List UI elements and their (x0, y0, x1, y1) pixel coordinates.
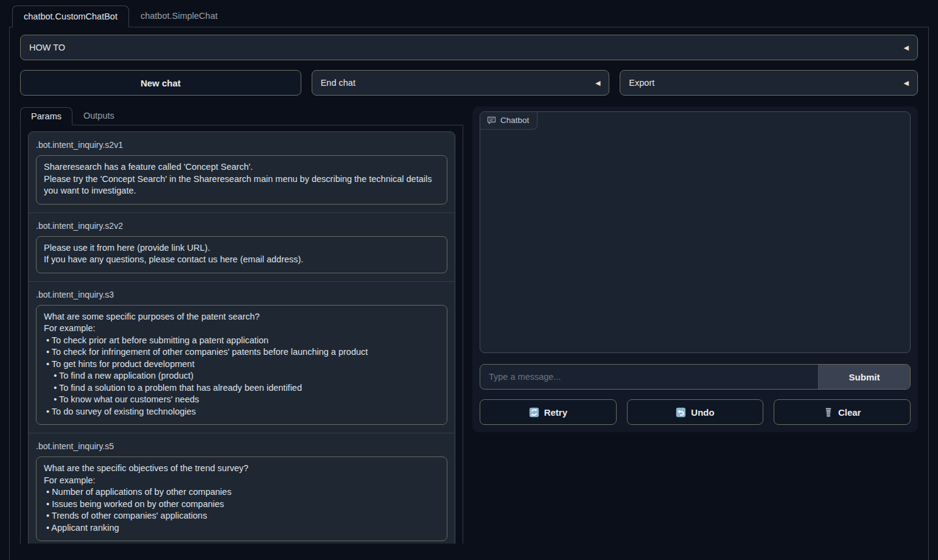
retry-icon (529, 407, 539, 418)
toolbar-row: New chat End chat ◀ Export ◀ (20, 70, 918, 96)
params-group: .bot.intent_inquiry.s2v1 Shareresearch h… (28, 131, 455, 544)
top-tab-nav: chatbot.CustomChatBot chatbot.SimpleChat (9, 5, 929, 27)
retry-label: Retry (544, 407, 567, 418)
params-tab-content: .bot.intent_inquiry.s2v1 Shareresearch h… (20, 125, 463, 544)
speech-bubble-icon (487, 116, 496, 125)
params-tab-nav: Params Outputs (20, 107, 463, 125)
main-row: Params Outputs .bot.intent_inquiry.s2v1 … (20, 107, 918, 544)
submit-button[interactable]: Submit (818, 365, 910, 389)
howto-label: HOW TO (29, 43, 65, 52)
param-label: .bot.intent_inquiry.s2v2 (36, 221, 447, 231)
tab-params[interactable]: Params (20, 107, 72, 125)
tab-outputs[interactable]: Outputs (72, 107, 125, 125)
new-chat-button[interactable]: New chat (20, 70, 301, 96)
param-textbox[interactable]: Please use it from here (provide link UR… (36, 236, 447, 273)
chat-column: Chatbot Submit (472, 107, 918, 432)
message-input-row: Submit (480, 364, 911, 390)
message-input[interactable] (480, 365, 818, 389)
export-accordion[interactable]: Export ◀ (620, 70, 918, 96)
param-textbox[interactable]: What are the specific objectives of the … (36, 457, 447, 541)
tab-custom-chatbot[interactable]: chatbot.CustomChatBot (12, 5, 129, 27)
clear-label: Clear (838, 407, 861, 418)
param-textbox[interactable]: What are some specific purposes of the p… (36, 305, 447, 425)
end-chat-label: End chat (321, 78, 355, 88)
undo-button[interactable]: Undo (627, 399, 764, 425)
undo-icon (676, 407, 686, 418)
howto-accordion[interactable]: HOW TO ◀ (20, 35, 918, 60)
retry-button[interactable]: Retry (480, 399, 617, 425)
undo-label: Undo (691, 407, 714, 418)
wastebasket-icon (824, 407, 833, 418)
params-column: Params Outputs .bot.intent_inquiry.s2v1 … (20, 107, 463, 544)
end-chat-accordion[interactable]: End chat ◀ (312, 70, 610, 96)
chat-actions-row: Retry Undo (480, 399, 911, 425)
chevron-left-icon: ◀ (904, 80, 909, 86)
tab-simple-chat[interactable]: chatbot.SimpleChat (129, 5, 229, 27)
param-block: .bot.intent_inquiry.s2v2 Please use it f… (29, 213, 455, 282)
param-textbox[interactable]: Shareresearch has a feature called 'Conc… (36, 155, 447, 205)
param-label: .bot.intent_inquiry.s3 (36, 290, 447, 299)
app-root: chatbot.CustomChatBot chatbot.SimpleChat… (0, 0, 938, 560)
param-label: .bot.intent_inquiry.s2v1 (36, 140, 447, 150)
tab-content-custom-chatbot: HOW TO ◀ New chat End chat ◀ Export ◀ Pa… (9, 27, 929, 560)
export-label: Export (629, 78, 654, 88)
param-block: .bot.intent_inquiry.s2v1 Shareresearch h… (29, 132, 455, 213)
param-block: .bot.intent_inquiry.s5 What are the spec… (29, 433, 455, 544)
clear-button[interactable]: Clear (774, 399, 911, 425)
chevron-left-icon: ◀ (595, 80, 600, 86)
param-block: .bot.intent_inquiry.s3 What are some spe… (29, 282, 455, 434)
chatbot-label: Chatbot (480, 112, 537, 130)
chatbot-messages-area[interactable]: Chatbot (480, 111, 911, 353)
param-label: .bot.intent_inquiry.s5 (36, 441, 447, 451)
chevron-left-icon: ◀ (904, 44, 909, 51)
chatbot-label-text: Chatbot (500, 116, 529, 125)
